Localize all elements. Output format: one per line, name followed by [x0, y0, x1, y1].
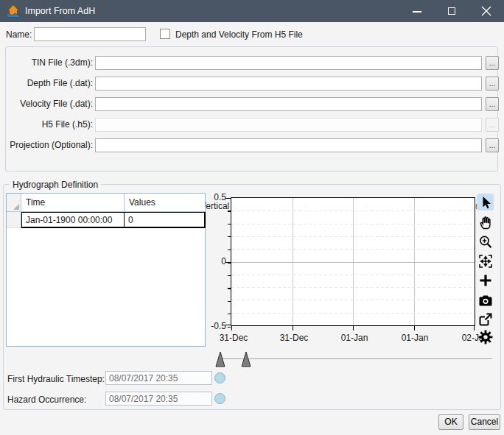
range-slider-handle-start[interactable] [215, 351, 225, 367]
projection-label: Projection (Optional): [6, 138, 93, 152]
table-header-time[interactable]: Time [21, 194, 125, 212]
close-button[interactable] [475, 0, 498, 22]
gridline [231, 287, 475, 288]
gridline [231, 249, 475, 250]
name-label: Name: [6, 28, 32, 41]
y-tick-label: 0.5 [204, 192, 226, 203]
depth-velocity-h5-checkbox[interactable] [160, 29, 170, 39]
depth-file-browse-button[interactable]: ... [486, 77, 499, 91]
x-axis-tick [353, 326, 354, 330]
export-icon [477, 311, 494, 328]
h5-file-browse-button: ... [486, 118, 499, 132]
x-axis-tick [231, 326, 232, 330]
hand-icon [477, 214, 494, 230]
table-row-selector[interactable] [7, 212, 21, 228]
select-cursor-tool[interactable] [477, 194, 494, 211]
hazard-occurrence-input [105, 392, 212, 406]
table-header-values[interactable]: Values [125, 194, 205, 212]
x-tick-label: 01-Jan [335, 333, 374, 344]
add-point-tool[interactable] [477, 272, 494, 289]
snapshot-camera-tool[interactable] [477, 291, 494, 308]
zoom-in-tool[interactable] [477, 233, 494, 250]
gridline [231, 224, 475, 224]
plot-settings-tool[interactable] [477, 328, 494, 345]
gridline [231, 275, 475, 275]
y-axis-major-tick [225, 262, 231, 263]
close-icon [481, 6, 491, 16]
name-input[interactable] [34, 27, 146, 41]
projection-browse-button[interactable]: ... [486, 138, 499, 152]
x-tick-label: 31-Dec [275, 333, 313, 344]
export-plot-tool[interactable] [477, 311, 494, 328]
table-cell-values[interactable]: 0 [125, 212, 206, 228]
depth-file-input[interactable] [95, 77, 482, 91]
gridline-zero [231, 262, 475, 263]
hazard-occurrence-picker-button[interactable] [214, 393, 225, 404]
hazard-occurrence-label: Hazard Occurrence: [7, 393, 86, 406]
pan-hand-tool[interactable] [477, 213, 494, 230]
tin-file-browse-button[interactable]: ... [486, 56, 499, 70]
y-tick-label: -0.5 [204, 321, 226, 332]
ok-button[interactable]: OK [438, 414, 463, 430]
gridline [231, 313, 475, 314]
velocity-file-label: Velocity File (.dat): [6, 97, 93, 111]
x-tick-label: 31-Dec [214, 333, 253, 344]
y-tick-label: 0 [204, 256, 226, 267]
h5-file-label: H5 File (.h5): [6, 118, 93, 132]
depth-file-label: Depth File (.dat): [6, 77, 93, 91]
x-tick-label: 01-Jan [396, 333, 434, 344]
corner-triangle-icon [13, 204, 19, 210]
cursor-arrow-icon [477, 194, 494, 211]
hydrograph-group-title: Hydrograph Definition [10, 179, 101, 191]
first-hydraulic-timestep-input [105, 371, 212, 385]
maximize-icon [448, 7, 455, 15]
depth-velocity-h5-checkbox-label: Depth and Velocity From H5 File [175, 28, 303, 41]
plus-icon [477, 272, 494, 289]
range-slider-handle-end[interactable] [241, 351, 251, 367]
minimize-button[interactable] [405, 0, 429, 22]
gridline [231, 300, 475, 300]
table-select-all-corner[interactable] [7, 194, 21, 212]
magnifier-plus-icon [477, 234, 494, 250]
y-axis-major-tick [225, 198, 231, 199]
velocity-file-input[interactable] [95, 97, 482, 111]
titlebar: Import From AdH [0, 0, 504, 22]
projection-input[interactable] [95, 138, 482, 152]
gridline [231, 211, 475, 211]
fit-extents-tool[interactable] [477, 252, 494, 269]
velocity-file-browse-button[interactable]: ... [486, 97, 499, 111]
tin-file-input[interactable] [95, 56, 482, 70]
maximize-button[interactable] [440, 0, 463, 22]
hydrograph-table: Time Values Jan-01-1900 00:00:00 0 [6, 193, 206, 347]
x-axis-tick [414, 326, 415, 330]
gridline [231, 236, 475, 237]
first-hydraulic-timestep-picker-button[interactable] [214, 372, 225, 383]
slider-handle-icon [215, 351, 225, 367]
y-axis-minor-ticks [228, 198, 231, 328]
fit-extents-icon [477, 253, 494, 269]
camera-icon [477, 292, 494, 308]
table-cell-time[interactable]: Jan-01-1900 00:00:00 [21, 212, 125, 228]
cancel-button[interactable]: Cancel [469, 414, 500, 430]
x-axis-tick [293, 326, 293, 330]
first-hydraulic-timestep-label: First Hydraulic Timestep: [7, 372, 105, 386]
y-axis-major-tick [225, 325, 231, 325]
gear-icon [477, 329, 494, 345]
flood-house-icon [6, 4, 21, 18]
slider-handle-icon [241, 351, 251, 367]
file-inputs-group: TIN File (.3dm): ... Depth File (.dat): … [5, 46, 498, 171]
x-axis-tick [474, 326, 475, 330]
import-from-adh-dialog: Import From AdH Name: Depth and Velocity… [0, 0, 504, 435]
tin-file-label: TIN File (.3dm): [6, 56, 93, 70]
window-title: Import From AdH [25, 0, 95, 22]
hydrograph-chart-plot[interactable] [231, 197, 475, 326]
time-range-slider-track[interactable] [220, 358, 492, 359]
minimize-icon [413, 11, 421, 13]
h5-file-input [95, 118, 482, 132]
